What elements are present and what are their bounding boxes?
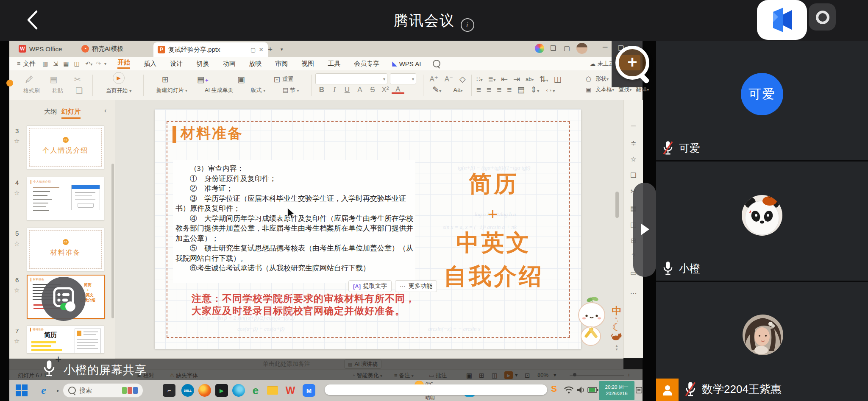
- layout-label[interactable]: 版式 ▾: [251, 86, 266, 94]
- export-icon[interactable]: ⇲: [53, 60, 58, 67]
- text-effect-icon[interactable]: Aa▾: [453, 87, 463, 93]
- thumbnail-slide-5[interactable]: 02 材料准备: [27, 228, 104, 271]
- vertical-text-icon[interactable]: ⇅▾: [540, 75, 548, 83]
- menu-member[interactable]: 会员专享: [354, 60, 379, 68]
- search-news-images[interactable]: [122, 387, 138, 394]
- cloud-status[interactable]: ☁未上云: [590, 60, 614, 67]
- ai-assistant-icon[interactable]: [535, 44, 544, 53]
- panel-expand-handle[interactable]: [633, 183, 656, 277]
- font-increase-button[interactable]: A⁺: [429, 75, 438, 84]
- paste-label[interactable]: 粘贴: [52, 87, 63, 95]
- slide-note-text[interactable]: 注意：不同学校学院所要求的审核材料有所不同， 大家应及时登录目标院校官网确定并做…: [192, 292, 415, 317]
- menu-review[interactable]: 审阅: [275, 60, 288, 68]
- dell-icon[interactable]: DELL: [181, 384, 194, 397]
- outdent-icon[interactable]: ⇤: [501, 75, 508, 83]
- new-slide-icon[interactable]: ⊞: [162, 75, 169, 84]
- battery-icon[interactable]: [587, 387, 598, 393]
- format-painter-label[interactable]: 格式刷: [23, 87, 40, 95]
- participant-avatar-wangzihui[interactable]: [743, 315, 783, 355]
- menu-insert[interactable]: 插入: [144, 60, 156, 68]
- layout-icon[interactable]: ▣: [237, 75, 245, 84]
- layers-icon[interactable]: ❏: [624, 171, 643, 179]
- ie-icon[interactable]: e: [37, 384, 50, 397]
- bold-button[interactable]: B: [315, 86, 328, 94]
- menu-wps-ai[interactable]: ◣WPS AI: [392, 60, 421, 67]
- adjust-icon[interactable]: ≑: [624, 139, 643, 147]
- video-app-icon[interactable]: ▶: [215, 384, 228, 397]
- print-icon[interactable]: ▦: [63, 60, 69, 67]
- reset-label[interactable]: 重置: [282, 75, 293, 83]
- undo-icon[interactable]: ↶▾: [86, 60, 93, 67]
- eclipse-icon[interactable]: e: [249, 384, 262, 397]
- clear-format-icon[interactable]: ◇: [459, 75, 466, 83]
- save-icon[interactable]: ▥: [42, 60, 48, 67]
- thumbnail-slide-7[interactable]: 材料准备 简历: [27, 326, 104, 354]
- ai-generate-label[interactable]: AI 生成单页: [205, 86, 234, 94]
- participant-avatar-keai[interactable]: 可爱: [741, 73, 783, 115]
- align-center-icon[interactable]: ≡: [487, 86, 491, 94]
- tab-active-pptx[interactable]: P 复试经验分享.pptx ▢ ✕: [153, 42, 268, 57]
- copy-icon[interactable]: ❏: [75, 86, 83, 95]
- thumb-star-icon[interactable]: ☆: [14, 287, 19, 294]
- menu-design[interactable]: 设计: [170, 60, 183, 68]
- thumbnail-slide-4[interactable]: 个人情况介绍: [27, 177, 104, 220]
- meeting-control-pill[interactable]: [325, 384, 547, 395]
- strike-button[interactable]: S: [366, 86, 379, 94]
- format-painter-icon[interactable]: 🖉: [25, 75, 33, 84]
- info-icon[interactable]: i: [461, 18, 474, 32]
- italic-button[interactable]: I: [328, 86, 341, 94]
- user-avatar[interactable]: [576, 43, 587, 54]
- slide-body-text[interactable]: （3）审查内容：① 身份证原件及复印件；② 准考证；③ 学历学位证（应届本科毕业…: [175, 164, 419, 273]
- thumb-star-icon[interactable]: ☆: [14, 137, 19, 145]
- paste-icon[interactable]: ▤: [50, 75, 58, 84]
- play-current-group[interactable]: ▶ 当页开始 ▾: [97, 72, 141, 98]
- text-direction-icon[interactable]: ab▾: [526, 76, 534, 82]
- redo-icon[interactable]: ↷: [96, 60, 101, 67]
- close-tab-icon[interactable]: ✕: [259, 46, 264, 53]
- tab-outline[interactable]: 大纲: [44, 108, 57, 116]
- numbered-list-icon[interactable]: ≣▾: [488, 76, 496, 82]
- edge-icon[interactable]: [232, 384, 245, 397]
- speaker-icon[interactable]: [576, 386, 586, 394]
- shapes-label[interactable]: 形状▾: [595, 75, 609, 83]
- justify-icon[interactable]: ≡: [507, 86, 512, 94]
- slide-scrollbar[interactable]: [615, 192, 619, 218]
- section-label[interactable]: ▤ 节 ▾: [283, 86, 299, 94]
- line-spacing-icon[interactable]: ⇕▾: [530, 86, 539, 94]
- wifi-icon[interactable]: [564, 386, 574, 394]
- distribute-icon[interactable]: ▤: [517, 86, 525, 94]
- align-left-icon[interactable]: ≡: [476, 86, 481, 94]
- share-float-control[interactable]: [42, 277, 86, 321]
- notification-icon[interactable]: [636, 386, 643, 395]
- underline-button[interactable]: U: [341, 86, 353, 94]
- char-border-button[interactable]: A: [353, 86, 366, 94]
- extract-text-button[interactable]: [A] 提取文字: [348, 280, 392, 292]
- textbox-icon[interactable]: ▣: [586, 86, 591, 92]
- app-icon-l[interactable]: ⌐: [163, 384, 175, 397]
- align-right-icon[interactable]: ≡: [497, 86, 501, 94]
- more-tools-icon[interactable]: ⋯: [624, 289, 643, 297]
- collapse-panel-icon[interactable]: ‹: [104, 107, 106, 114]
- shapes-icon[interactable]: ⬠: [586, 76, 591, 82]
- font-size-select[interactable]: ▾: [390, 73, 416, 84]
- menu-slideshow[interactable]: 放映: [249, 60, 262, 68]
- tab-list-icon[interactable]: ▾: [281, 47, 283, 52]
- new-tab-icon[interactable]: +: [268, 45, 273, 54]
- font-name-select[interactable]: ▾: [315, 73, 387, 84]
- menu-transition[interactable]: 切换: [196, 60, 209, 68]
- firefox-icon[interactable]: [198, 384, 211, 397]
- para-spacing-icon[interactable]: ⇔▾: [545, 86, 555, 94]
- slide-big-text[interactable]: 简历 + 中英文 自我介绍: [430, 169, 557, 292]
- columns-icon[interactable]: ◫: [554, 75, 561, 83]
- explorer-icon[interactable]: [266, 384, 279, 397]
- sogou-icon[interactable]: S: [551, 384, 557, 394]
- tab-wps-office[interactable]: W WPS Office: [14, 42, 66, 55]
- menu-view[interactable]: 视图: [301, 60, 314, 68]
- taskbar-clock[interactable]: 20:20 周一 2026/3/16: [599, 381, 634, 400]
- wps-taskbar-icon[interactable]: W: [284, 384, 297, 397]
- ai-generate-icon[interactable]: ▤✦: [197, 75, 209, 84]
- menu-tools[interactable]: 工具: [328, 60, 340, 68]
- menu-animation[interactable]: 动画: [223, 60, 235, 68]
- start-button[interactable]: [15, 384, 28, 397]
- bullet-list-icon[interactable]: ∷▾: [476, 76, 483, 82]
